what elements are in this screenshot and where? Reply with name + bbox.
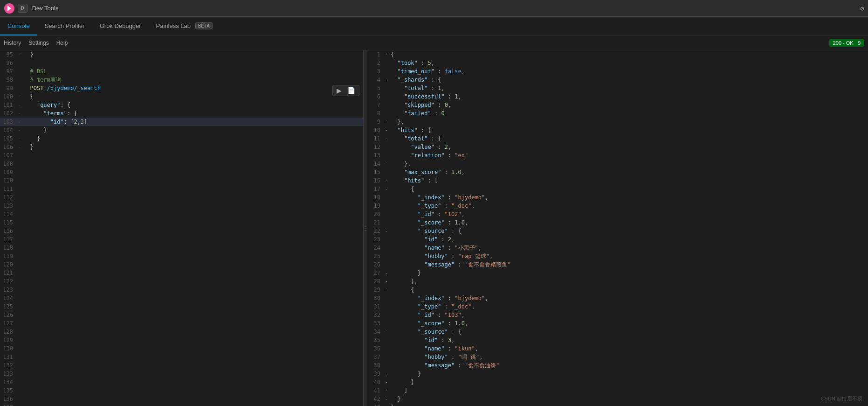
right-line-38: 38 "message" : "食不食油饼" <box>367 361 868 370</box>
left-line-121: 121 <box>0 269 363 277</box>
right-line-10: 10- "hits" : { <box>367 126 868 134</box>
settings-icon[interactable]: ⚙ <box>861 5 864 12</box>
left-line-99: 99 POST /bjydemo/_search▶📄 <box>0 84 363 92</box>
help-link[interactable]: Help <box>56 40 68 46</box>
left-line-95: 95- } <box>0 50 363 59</box>
left-line-113: 113 <box>0 202 363 210</box>
dev-badge: D <box>18 4 28 13</box>
tab-grok-debugger[interactable]: Grok Debugger <box>92 17 149 35</box>
right-line-12: 12 "value" : 2, <box>367 143 868 151</box>
left-line-104: 104- } <box>0 126 363 134</box>
right-line-41: 41- ] <box>367 386 868 395</box>
right-line-1: 1-{ <box>367 50 868 59</box>
right-line-2: 2 "took" : 5, <box>367 59 868 67</box>
right-line-20: 20 "_id" : "102", <box>367 210 868 218</box>
right-line-32: 32 "_id" : "103", <box>367 311 868 319</box>
right-line-43: 43-} <box>367 403 868 406</box>
left-line-128: 128 <box>0 328 363 336</box>
left-line-134: 134 <box>0 378 363 386</box>
main-area: 95- }9697 # DSL98 # term查询99 POST /bjyde… <box>0 50 868 406</box>
left-line-106: 106- } <box>0 143 363 151</box>
right-line-40: 40- } <box>367 378 868 386</box>
right-line-16: 16- "hits" : [ <box>367 176 868 185</box>
left-line-114: 114 <box>0 210 363 218</box>
left-line-101: 101- "query": { <box>0 101 363 109</box>
right-line-37: 37 "hobby" : "唱 跳", <box>367 353 868 361</box>
right-line-8: 8 "failed" : 0 <box>367 109 868 118</box>
left-line-115: 115 <box>0 218 363 227</box>
left-line-122: 122 <box>0 277 363 286</box>
left-line-109: 109 <box>0 168 363 176</box>
tab-console[interactable]: Console <box>0 17 37 35</box>
code-editor-left[interactable]: 95- }9697 # DSL98 # term查询99 POST /bjyde… <box>0 50 363 406</box>
tab-painless-lab[interactable]: Painless Lab BETA <box>149 17 220 35</box>
left-line-110: 110 <box>0 176 363 185</box>
right-line-36: 36 "name" : "ikun", <box>367 344 868 353</box>
left-line-130: 130 <box>0 344 363 353</box>
left-line-135: 135 <box>0 386 363 395</box>
beta-badge: BETA <box>195 22 213 29</box>
left-line-100: 100- { <box>0 92 363 101</box>
secondary-toolbar: History Settings Help 200 - OK 9 <box>0 35 868 50</box>
right-panel: 1-{2 "took" : 5,3 "timed_out" : false,4-… <box>367 50 868 406</box>
right-line-28: 28- }, <box>367 277 868 286</box>
right-line-42: 42- } <box>367 395 868 403</box>
left-line-112: 112 <box>0 193 363 202</box>
right-line-15: 15 "max_score" : 1.0, <box>367 168 868 176</box>
left-line-127: 127 <box>0 319 363 328</box>
left-line-125: 125 <box>0 302 363 311</box>
right-line-29: 29- { <box>367 286 868 294</box>
right-line-26: 26 "message" : "食不食香精煎鱼" <box>367 260 868 269</box>
left-line-117: 117 <box>0 235 363 244</box>
right-line-27: 27- } <box>367 269 868 277</box>
left-line-116: 116 <box>0 227 363 235</box>
left-line-133: 133 <box>0 370 363 378</box>
right-line-35: 35 "id" : 3, <box>367 336 868 344</box>
kibana-logo-icon <box>4 3 15 14</box>
right-line-9: 9- }, <box>367 118 868 126</box>
left-line-98: 98 # term查询 <box>0 76 363 84</box>
status-badge: 200 - OK 9 <box>829 39 864 47</box>
right-line-21: 21 "_score" : 1.0, <box>367 218 868 227</box>
right-line-24: 24 "name" : "小黑子", <box>367 244 868 252</box>
left-line-96: 96 <box>0 59 363 67</box>
right-line-3: 3 "timed_out" : false, <box>367 67 868 76</box>
settings-link[interactable]: Settings <box>28 40 48 46</box>
left-line-119: 119 <box>0 252 363 260</box>
left-line-111: 111 <box>0 185 363 193</box>
right-line-17: 17- { <box>367 185 868 193</box>
logo-area: D Dev Tools <box>4 3 58 14</box>
right-line-11: 11- "total" : { <box>367 134 868 143</box>
right-line-14: 14- }, <box>367 160 868 168</box>
left-line-131: 131 <box>0 353 363 361</box>
right-line-33: 33 "_score" : 1.0, <box>367 319 868 328</box>
left-line-102: 102- "terms": { <box>0 109 363 118</box>
right-line-4: 4- "_shards" : { <box>367 76 868 84</box>
response-area[interactable]: 1-{2 "took" : 5,3 "timed_out" : false,4-… <box>367 50 868 406</box>
left-line-105: 105- } <box>0 134 363 143</box>
right-line-30: 30 "_index" : "bjydemo", <box>367 294 868 302</box>
panel-divider[interactable]: ⋮ <box>364 50 367 406</box>
left-line-118: 118 <box>0 244 363 252</box>
app-title: Dev Tools <box>32 5 59 12</box>
nav-tabs: Console Search Profiler Grok Debugger Pa… <box>0 17 868 35</box>
right-line-7: 7 "skipped" : 0, <box>367 101 868 109</box>
left-line-103: 103- "id": [2,3] <box>0 118 363 126</box>
left-line-97: 97 # DSL <box>0 67 363 76</box>
topbar: D Dev Tools ⚙ <box>0 0 868 17</box>
left-line-107: 107 <box>0 151 363 160</box>
history-link[interactable]: History <box>4 40 21 46</box>
right-line-13: 13 "relation" : "eq" <box>367 151 868 160</box>
left-line-123: 123 <box>0 286 363 294</box>
right-line-39: 39- } <box>367 370 868 378</box>
left-line-136: 136 <box>0 395 363 403</box>
left-line-132: 132 <box>0 361 363 370</box>
right-line-19: 19 "_type" : "_doc", <box>367 202 868 210</box>
left-line-108: 108 <box>0 160 363 168</box>
right-line-25: 25 "hobby" : "rap 篮球", <box>367 252 868 260</box>
left-line-124: 124 <box>0 294 363 302</box>
right-line-6: 6 "successful" : 1, <box>367 92 868 101</box>
right-line-18: 18 "_index" : "bjydemo", <box>367 193 868 202</box>
tab-search-profiler[interactable]: Search Profiler <box>37 17 92 35</box>
right-line-22: 22- "_source" : { <box>367 227 868 235</box>
